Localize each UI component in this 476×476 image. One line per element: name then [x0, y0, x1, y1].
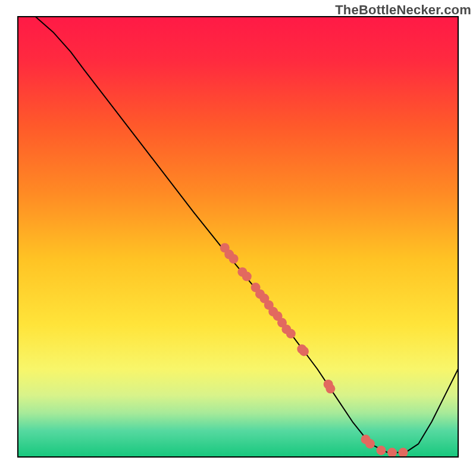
bottleneck-chart — [0, 0, 476, 476]
data-point — [399, 448, 408, 458]
gradient-background — [18, 17, 458, 457]
chart-container: TheBottleNecker.com — [0, 0, 476, 476]
data-point — [242, 272, 252, 281]
data-point — [325, 384, 335, 393]
data-point — [229, 254, 239, 264]
data-point — [387, 448, 397, 458]
watermark-text: TheBottleNecker.com — [335, 2, 471, 18]
data-point — [299, 346, 309, 356]
data-point — [365, 439, 375, 449]
data-point — [377, 446, 386, 455]
data-point — [286, 329, 296, 339]
